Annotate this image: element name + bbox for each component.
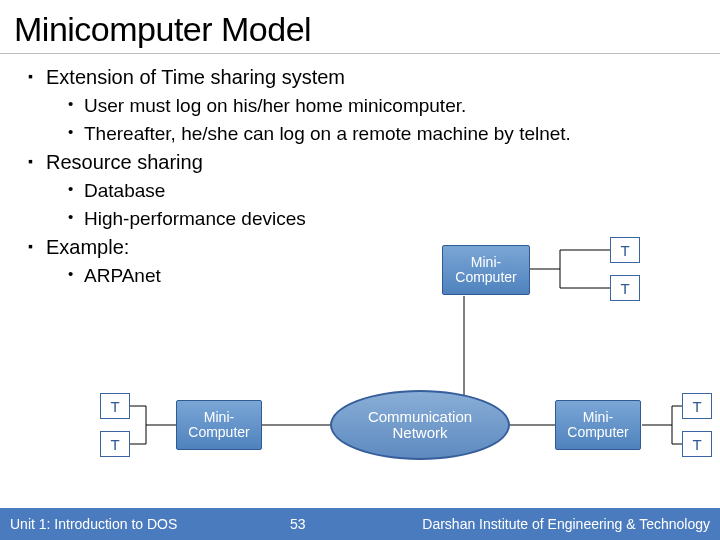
bullet-text: Resource sharing bbox=[46, 151, 203, 173]
sub-bullet-telnet: Thereafter, he/she can log on a remote m… bbox=[68, 123, 692, 145]
footer-unit: Unit 1: Introduction to DOS bbox=[0, 516, 177, 532]
node-terminal-left-2: T bbox=[100, 431, 130, 457]
sub-bullet-hpd: High-performance devices bbox=[68, 208, 692, 230]
footer-institute: Darshan Institute of Engineering & Techn… bbox=[177, 516, 720, 532]
slide-content: Extension of Time sharing system User mu… bbox=[0, 54, 720, 287]
slide-title: Minicomputer Model bbox=[0, 0, 720, 54]
slide-footer: Unit 1: Introduction to DOS 53 Darshan I… bbox=[0, 508, 720, 540]
sub-bullet-database: Database bbox=[68, 180, 692, 202]
sub-bullet-user-logon: User must log on his/her home minicomput… bbox=[68, 95, 692, 117]
bullet-example: Example: ARPAnet bbox=[28, 236, 692, 287]
node-minicomputer-right: Mini-Computer bbox=[555, 400, 641, 450]
node-terminal-right-1: T bbox=[682, 393, 712, 419]
node-minicomputer-left: Mini-Computer bbox=[176, 400, 262, 450]
sub-bullet-arpanet: ARPAnet bbox=[68, 265, 692, 287]
bullet-resource-sharing: Resource sharing Database High-performan… bbox=[28, 151, 692, 230]
node-terminal-left-1: T bbox=[100, 393, 130, 419]
bullet-text: Extension of Time sharing system bbox=[46, 66, 345, 88]
node-terminal-right-2: T bbox=[682, 431, 712, 457]
footer-page-number: 53 bbox=[290, 516, 306, 532]
bullet-extension: Extension of Time sharing system User mu… bbox=[28, 66, 692, 145]
node-communication-network: CommunicationNetwork bbox=[330, 390, 510, 460]
bullet-text: Example: bbox=[46, 236, 129, 258]
